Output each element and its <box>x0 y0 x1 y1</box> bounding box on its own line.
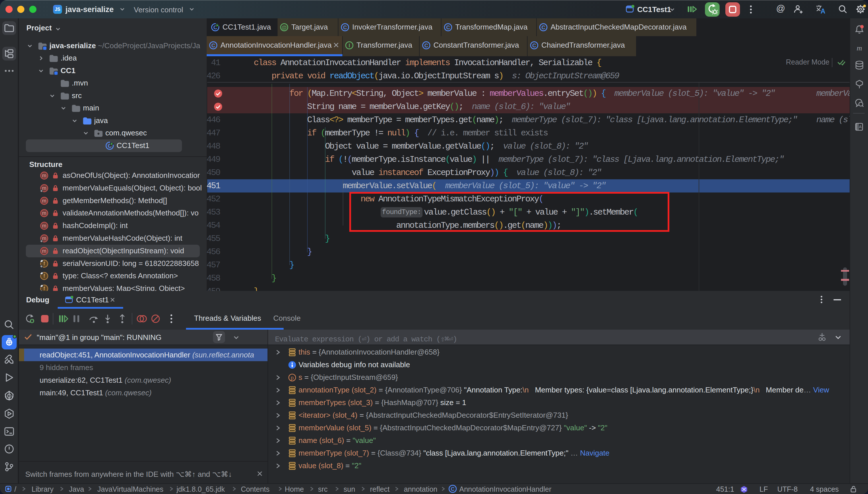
svg-text:p: p <box>291 375 294 381</box>
svg-text:C: C <box>343 25 347 31</box>
svg-text:I: I <box>349 43 350 49</box>
svg-text:m: m <box>42 235 47 241</box>
svg-text:@: @ <box>282 24 287 31</box>
svg-text:C: C <box>446 25 450 31</box>
svg-text:A: A <box>859 125 862 129</box>
svg-text:m: m <box>42 210 47 216</box>
svg-text:m: m <box>42 185 47 191</box>
svg-text:C: C <box>542 25 546 31</box>
svg-text:m: m <box>857 44 862 52</box>
svg-text:C: C <box>533 43 536 49</box>
svg-text:m: m <box>42 223 47 229</box>
svg-text:C: C <box>451 486 455 492</box>
svg-text:A: A <box>820 7 826 14</box>
svg-text:m: m <box>42 198 47 204</box>
svg-text:C: C <box>425 43 428 49</box>
svg-text:m: m <box>42 173 47 178</box>
svg-text:m: m <box>42 248 47 254</box>
svg-text:C: C <box>211 43 215 49</box>
